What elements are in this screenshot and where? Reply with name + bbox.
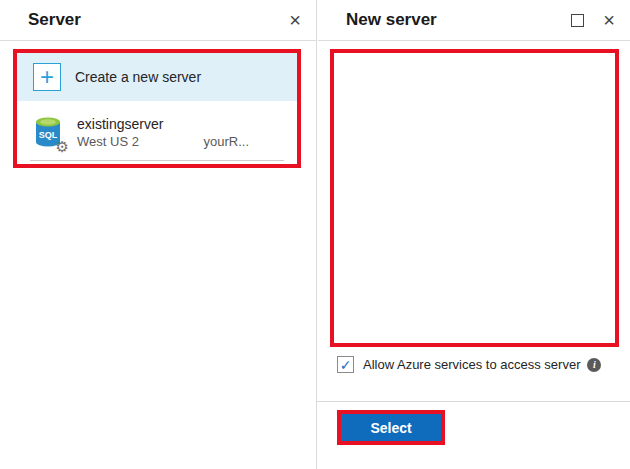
existing-server-name: existingserver	[77, 116, 297, 132]
existing-server-resource-group: yourR...	[203, 134, 297, 149]
list-separator	[30, 160, 284, 161]
sql-icon-label: SQL	[39, 130, 58, 140]
new-server-panel-header: New server ×	[318, 0, 630, 41]
info-icon[interactable]: i	[587, 358, 601, 372]
existing-server-location: West US 2	[77, 134, 139, 149]
allow-azure-services-row: ✓ Allow Azure services to access server …	[337, 356, 601, 373]
sql-database-icon: SQL ⚙	[31, 114, 65, 152]
new-server-panel-title: New server	[346, 10, 437, 30]
annotation-box-server-list: + Create a new server SQL ⚙ existingserv…	[13, 49, 301, 168]
maximize-icon[interactable]	[566, 9, 588, 31]
close-icon[interactable]: ×	[284, 9, 306, 31]
create-new-server-label: Create a new server	[75, 69, 201, 85]
annotation-box-select: Select	[337, 410, 445, 445]
allow-azure-services-checkbox[interactable]: ✓	[337, 356, 354, 373]
server-picker-panel: Server × + Create a new server SQL ⚙ exi	[0, 0, 317, 469]
new-server-panel: New server × * Server name ✓ .database.w…	[318, 0, 630, 469]
close-icon[interactable]: ×	[598, 9, 620, 31]
footer-divider	[317, 401, 630, 402]
existing-server-item[interactable]: SQL ⚙ existingserver West US 2 yourR...	[17, 101, 297, 164]
gear-icon: ⚙	[56, 140, 69, 155]
create-new-server-item[interactable]: + Create a new server	[17, 53, 297, 101]
server-panel-header: Server ×	[0, 0, 316, 41]
server-panel-title: Server	[28, 10, 81, 30]
allow-azure-services-label: Allow Azure services to access server	[363, 357, 580, 372]
annotation-box-form	[330, 49, 619, 347]
plus-icon: +	[33, 63, 61, 91]
select-button[interactable]: Select	[341, 414, 441, 441]
